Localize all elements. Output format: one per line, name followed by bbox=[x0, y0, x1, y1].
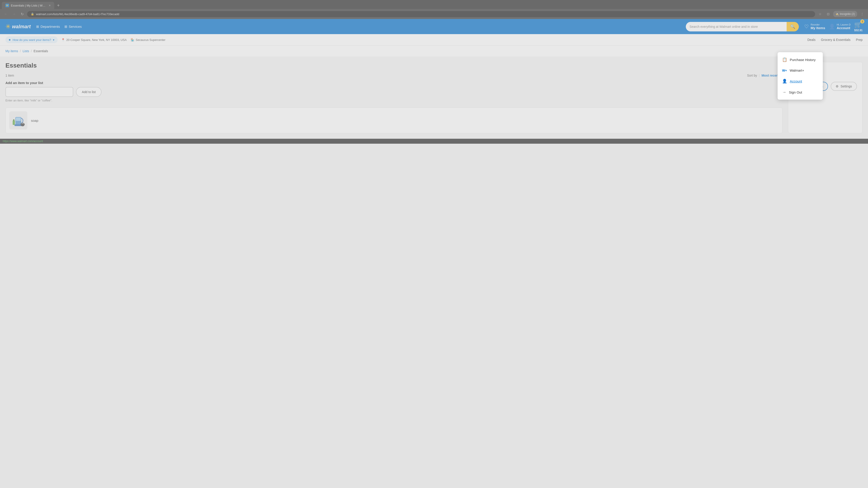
departments-label: Departments bbox=[40, 25, 60, 29]
delivery-chevron-icon: ▾ bbox=[53, 38, 55, 41]
cart-count-badge: 3 bbox=[860, 20, 864, 24]
cart-total: $32.91 bbox=[854, 29, 863, 32]
cart-button[interactable]: 🛒 3 $32.91 bbox=[854, 21, 863, 32]
dropdown-purchase-history[interactable]: 📋 Purchase History bbox=[778, 54, 823, 65]
search-bar: 🔍 bbox=[686, 22, 799, 31]
settings-button[interactable]: ⚙ Settings bbox=[831, 82, 857, 91]
page-title: Essentials bbox=[5, 62, 782, 69]
delivery-label: How do you want your items? bbox=[13, 38, 51, 41]
incognito-icon: 🕵 bbox=[835, 12, 839, 15]
heart-icon: ♡ bbox=[804, 24, 809, 30]
bookmark-button[interactable]: ☆ bbox=[817, 11, 823, 17]
incognito-badge[interactable]: 🕵 Incognito (2) bbox=[833, 11, 857, 17]
incognito-label: Incognito (2) bbox=[840, 12, 855, 15]
add-item-label: Add an item to your list bbox=[5, 81, 782, 85]
grocery-essentials-link[interactable]: Grocery & Essentials bbox=[821, 38, 850, 41]
search-input[interactable] bbox=[686, 22, 786, 31]
sort-label: Sort by bbox=[747, 74, 757, 77]
settings-label: Settings bbox=[840, 85, 852, 88]
search-icon: 🔍 bbox=[790, 24, 795, 29]
purchase-history-label: Purchase History bbox=[790, 58, 815, 62]
dropdown-sign-out[interactable]: → Sign Out bbox=[778, 87, 823, 98]
address-bar[interactable]: 🔒 walmart.com/lists/WL/4ec86edb-cad9-47d… bbox=[27, 11, 815, 17]
main-content: Essentials 1 item Sort by | Most recent … bbox=[0, 57, 868, 139]
breadcrumb-sep-1: / bbox=[20, 49, 21, 53]
browser-tab-active[interactable]: W Essentials | My Lists | Walmart... × bbox=[2, 2, 54, 9]
services-nav[interactable]: ⊞ Services bbox=[64, 25, 82, 29]
sub-nav: ● How do you want your items? ▾ 📍 20 Coo… bbox=[0, 34, 868, 46]
breadcrumb-sep-2: / bbox=[31, 49, 32, 53]
gear-icon: ⚙ bbox=[836, 85, 839, 88]
breadcrumb-lists[interactable]: Lists bbox=[23, 49, 29, 53]
walmart-plus-icon: W+ bbox=[782, 69, 787, 72]
walmart-logo[interactable]: ✳ walmart bbox=[5, 23, 31, 30]
sort-control[interactable]: Sort by | Most recent ▾ bbox=[747, 74, 783, 77]
browser-actions: ☆ ⊡ 🕵 Incognito (2) ⋮ bbox=[817, 11, 865, 17]
browser-chrome: W Essentials | My Lists | Walmart... × +… bbox=[0, 0, 868, 19]
breadcrumb-current: Essentials bbox=[34, 49, 48, 53]
add-item-input[interactable] bbox=[5, 87, 73, 97]
add-to-list-button[interactable]: Add to list bbox=[76, 87, 101, 97]
delivery-selector[interactable]: ● How do you want your items? ▾ bbox=[5, 36, 58, 43]
account-text: Hi, Lauren D Account bbox=[837, 23, 851, 30]
svg-point-5 bbox=[21, 124, 24, 126]
account-button[interactable]: 👤 Hi, Lauren D Account bbox=[829, 23, 851, 30]
sign-out-label: Sign Out bbox=[789, 90, 802, 94]
account-dropdown: 📋 Purchase History W+ Walmart+ 👤 Account… bbox=[778, 52, 823, 100]
refresh-button[interactable]: ↻ bbox=[19, 11, 25, 17]
sort-separator: | bbox=[759, 74, 760, 77]
add-item-hint: Enter an item, like "milk" or "coffee". bbox=[5, 99, 782, 102]
list-item: soap bbox=[5, 107, 782, 133]
prep-link[interactable]: Prep bbox=[856, 38, 863, 41]
account-label: Account bbox=[837, 26, 851, 30]
status-bar: https://www.walmart.com/account bbox=[0, 139, 868, 144]
walmart-header: ✳ walmart ⊞ Departments ⊞ Services 🔍 ♡ R… bbox=[0, 19, 868, 34]
reorder-label: Reorder bbox=[811, 23, 825, 26]
tab-close-button[interactable]: × bbox=[49, 4, 51, 7]
new-tab-button[interactable]: + bbox=[55, 2, 61, 9]
walmart-spark-icon: ✳ bbox=[5, 23, 11, 30]
dropdown-walmart-plus[interactable]: W+ Walmart+ bbox=[778, 65, 823, 75]
sign-out-icon: → bbox=[782, 90, 786, 95]
purchase-history-icon: 📋 bbox=[782, 57, 787, 62]
deals-link[interactable]: Deals bbox=[807, 38, 815, 41]
add-item-form: Add to list bbox=[5, 87, 782, 97]
item-image-svg bbox=[10, 112, 26, 128]
walmart-wordmark: walmart bbox=[12, 24, 31, 30]
tab-favicon: W bbox=[5, 4, 9, 7]
status-url: https://www.walmart.com/account bbox=[3, 140, 43, 143]
svg-rect-1 bbox=[16, 118, 21, 121]
item-count: 1 item bbox=[5, 74, 14, 77]
breadcrumb: My items / Lists / Essentials bbox=[0, 46, 868, 57]
content-area: Essentials 1 item Sort by | Most recent … bbox=[5, 62, 782, 133]
header-nav: ⊞ Departments ⊞ Services bbox=[36, 25, 680, 29]
tab-title: Essentials | My Lists | Walmart... bbox=[11, 4, 47, 7]
favorites-button[interactable]: ♡ Reorder My Items bbox=[804, 23, 825, 30]
breadcrumb-my-items[interactable]: My items bbox=[5, 49, 18, 53]
account-item-label: Account bbox=[790, 79, 802, 83]
sub-nav-links: Deals Grocery & Essentials Prep bbox=[807, 38, 863, 41]
search-button[interactable]: 🔍 bbox=[786, 22, 799, 31]
svg-rect-4 bbox=[13, 119, 14, 121]
item-name: soap bbox=[31, 119, 38, 123]
departments-grid-icon: ⊞ bbox=[36, 25, 39, 29]
account-person-icon: 👤 bbox=[782, 78, 787, 84]
more-button[interactable]: ⋮ bbox=[859, 11, 865, 17]
account-greeting: Hi, Lauren D bbox=[837, 23, 851, 26]
delivery-circle-icon: ● bbox=[8, 38, 11, 42]
store-name: Secaucus Supercenter bbox=[135, 38, 165, 41]
add-item-section: Add an item to your list Add to list Ent… bbox=[5, 81, 782, 102]
departments-nav[interactable]: ⊞ Departments bbox=[36, 25, 60, 29]
profile-button[interactable]: ⊡ bbox=[825, 11, 831, 17]
forward-button[interactable]: → bbox=[11, 11, 17, 17]
dropdown-account[interactable]: 👤 Account bbox=[778, 75, 823, 87]
location-address: 20 Cooper Square, New York, NY 10003, US… bbox=[66, 38, 127, 41]
browser-controls: ← → ↻ 🔒 walmart.com/lists/WL/4ec86edb-ca… bbox=[0, 9, 868, 19]
store-icon: 🏪 bbox=[131, 38, 134, 41]
item-image bbox=[9, 111, 27, 129]
header-actions: ♡ Reorder My Items 👤 Hi, Lauren D Accoun… bbox=[804, 21, 863, 32]
location-info: 📍 20 Cooper Square, New York, NY 10003, … bbox=[61, 38, 165, 41]
walmart-plus-label: Walmart+ bbox=[789, 68, 804, 72]
back-button[interactable]: ← bbox=[3, 11, 9, 17]
lock-icon: 🔒 bbox=[31, 12, 34, 15]
